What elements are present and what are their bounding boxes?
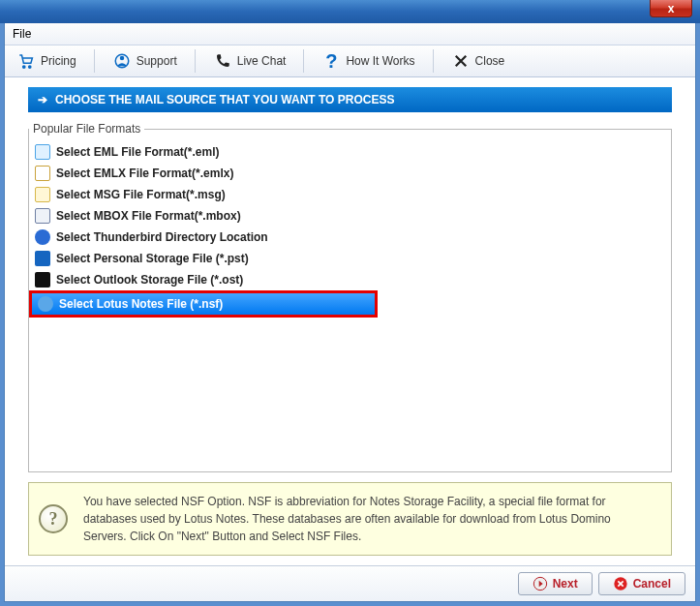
info-text: You have selected NSF Option. NSF is abb… (83, 493, 655, 545)
format-option-label: Select Personal Storage File (*.pst) (56, 252, 249, 265)
format-option-label: Select Outlook Storage File (*.ost) (56, 273, 243, 287)
toolbar-pricing-label: Pricing (41, 54, 76, 68)
cancel-button-label: Cancel (633, 577, 671, 591)
section-header: ➔ CHOOSE THE MAIL SOURCE THAT YOU WANT T… (28, 87, 672, 112)
next-button-label: Next (553, 577, 578, 591)
toolbar-pricing[interactable]: Pricing (13, 49, 80, 73)
next-button[interactable]: Next (518, 572, 593, 595)
question-icon: ? (321, 51, 341, 71)
x-icon (451, 51, 471, 71)
formats-list: Select EML File Format(*.eml)Select EMLX… (29, 141, 671, 318)
separator (195, 49, 196, 73)
toolbar-support[interactable]: Support (108, 49, 181, 73)
toolbar-livechat[interactable]: Live Chat (209, 49, 290, 73)
toolbar: Pricing Support Live Chat ? How It Works (5, 45, 695, 77)
file-type-icon (38, 296, 53, 312)
file-type-icon (35, 229, 50, 245)
format-option[interactable]: Select MSG File Format(*.msg) (29, 184, 671, 205)
info-panel: ? You have selected NSF Option. NSF is a… (28, 482, 672, 556)
window-titlebar: x (0, 0, 700, 23)
cancel-button[interactable]: Cancel (598, 572, 685, 595)
format-option[interactable]: Select Lotus Notes File (*.nsf) (32, 293, 375, 315)
format-option[interactable]: Select MBOX File Format(*.mbox) (29, 205, 671, 227)
cancel-icon (613, 576, 628, 591)
format-option[interactable]: Select EMLX File Format(*.emlx) (29, 163, 671, 184)
file-type-icon (35, 208, 50, 224)
toolbar-support-label: Support (137, 54, 177, 68)
window-close-button[interactable]: x (650, 0, 692, 17)
format-option-label: Select MSG File Format(*.msg) (56, 188, 226, 201)
menu-file[interactable]: File (13, 27, 31, 41)
close-icon: x (668, 2, 675, 15)
formats-legend: Popular File Formats (29, 122, 144, 136)
format-option-label: Select Thunderbird Directory Location (56, 230, 268, 244)
file-type-icon (35, 166, 50, 181)
svg-point-0 (23, 66, 25, 68)
separator (433, 49, 434, 73)
format-option[interactable]: Select Outlook Storage File (*.ost) (29, 269, 671, 290)
format-option-label: Select EMLX File Format(*.emlx) (56, 167, 233, 180)
window-body: File Pricing Support Live Chat ? How It … (4, 23, 696, 602)
support-icon (112, 51, 132, 71)
section-title: CHOOSE THE MAIL SOURCE THAT YOU WANT TO … (55, 93, 394, 106)
format-option[interactable]: Select Personal Storage File (*.pst) (29, 248, 671, 269)
formats-group: Popular File Formats Select EML File For… (28, 122, 672, 472)
format-option-label: Select EML File Format(*.eml) (56, 145, 220, 159)
menubar: File (5, 23, 695, 45)
toolbar-howitworks-label: How It Works (346, 54, 414, 68)
cart-icon (16, 51, 36, 71)
format-option-label: Select MBOX File Format(*.mbox) (56, 209, 241, 223)
toolbar-livechat-label: Live Chat (237, 54, 287, 68)
file-type-icon (35, 251, 50, 266)
footer-bar: Next Cancel (5, 565, 695, 601)
separator (94, 49, 95, 73)
toolbar-close-label: Close (475, 54, 505, 68)
arrow-icon: ➔ (38, 93, 47, 106)
format-option[interactable]: Select EML File Format(*.eml) (29, 141, 671, 163)
separator (303, 49, 304, 73)
file-type-icon (35, 187, 50, 202)
file-type-icon (35, 272, 50, 288)
content-area: ➔ CHOOSE THE MAIL SOURCE THAT YOU WANT T… (5, 77, 695, 565)
phone-icon (213, 51, 232, 71)
toolbar-close[interactable]: Close (447, 49, 509, 73)
highlight-marker: Select Lotus Notes File (*.nsf) (29, 290, 378, 318)
svg-point-3 (119, 56, 124, 61)
toolbar-howitworks[interactable]: ? How It Works (318, 49, 418, 73)
next-icon (533, 576, 548, 591)
format-option-label: Select Lotus Notes File (*.nsf) (59, 297, 223, 311)
svg-point-1 (29, 66, 31, 68)
file-type-icon (35, 144, 50, 160)
format-option[interactable]: Select Thunderbird Directory Location (29, 227, 671, 248)
info-icon: ? (39, 504, 68, 533)
